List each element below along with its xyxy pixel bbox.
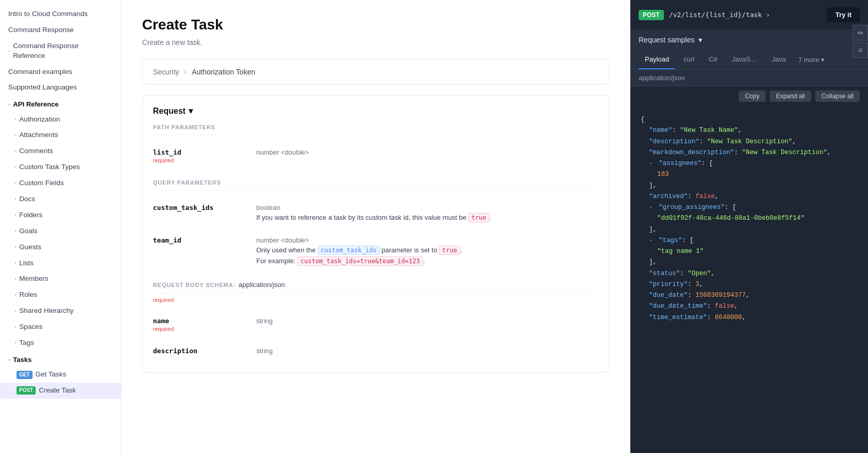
query-params-label: QUERY PARAMETERS — [153, 179, 599, 190]
sidebar-item-lists[interactable]: › Lists — [0, 255, 121, 271]
param-type-custom-task-ids: boolean — [256, 204, 599, 212]
request-box: Request ▾ PATH PARAMETERS list_id requir… — [142, 95, 610, 373]
request-chevron-icon: ▾ — [189, 106, 193, 116]
sidebar-item-tags-label: Tags — [19, 338, 34, 348]
tab-payload[interactable]: Payload — [639, 50, 675, 69]
sidebar-item-custom-fields[interactable]: › Custom Fields — [0, 175, 121, 191]
param-type-list-id: number <double> — [256, 148, 599, 156]
code-line: "description": "New Task Description", — [641, 137, 858, 147]
tab-csharp[interactable]: C# — [703, 50, 724, 69]
panel-collapse-icon: ⇔ — [857, 28, 863, 37]
sidebar-item-shared-hierarchy[interactable]: › Shared Hierarchy — [0, 303, 121, 319]
sidebar-item-folders[interactable]: › Folders — [0, 207, 121, 223]
panel-collapse-button[interactable]: ⇔ — [853, 25, 868, 40]
content-type-value: application/json — [639, 74, 685, 82]
sidebar-item-create-task-label: Create Task — [39, 386, 76, 396]
sidebar-item-guests[interactable]: › Guests — [0, 239, 121, 255]
code-line: - "assignees": [ — [641, 158, 858, 169]
param-name-custom-task-ids: custom_task_ids — [153, 204, 246, 212]
sidebar-section-api-reference-label: API Reference — [13, 100, 58, 109]
request-samples-bar[interactable]: Request samples ▾ — [630, 29, 868, 50]
sidebar-item-comments-label: Comments — [19, 146, 53, 156]
code-line: - "group_assignees": [ — [641, 202, 858, 213]
sidebar-item-roles-label: Roles — [19, 290, 37, 300]
sidebar-item-get-tasks-label: Get Tasks — [36, 370, 67, 380]
request-body-required-label: required — [153, 297, 174, 303]
sidebar-item-shared-hierarchy-label: Shared Hierarchy — [19, 306, 73, 316]
sidebar-item-authorization-label: Authorization — [19, 115, 60, 125]
request-body-schema-label: REQUEST BODY SCHEMA: — [153, 282, 236, 288]
sidebar-item-command-response-ref-label: Command Response Reference — [13, 41, 113, 61]
panel-list-button[interactable]: ≡ — [853, 42, 868, 58]
param-name-team-id: team_id — [153, 236, 246, 244]
request-header[interactable]: Request ▾ — [153, 106, 599, 116]
right-panel: POST /v2/list/{list_id}/task › Try it ⇔ … — [630, 0, 868, 453]
sidebar-item-create-task[interactable]: POST Create Task — [0, 383, 121, 399]
sidebar-item-docs-label: Docs — [19, 194, 35, 204]
sidebar-item-intro[interactable]: Intro to Cloud Commands — [0, 6, 121, 22]
tab-java[interactable]: Java — [766, 50, 792, 69]
post-badge: POST — [17, 386, 36, 395]
sidebar-item-spaces[interactable]: › Spaces — [0, 319, 121, 335]
sidebar-item-goals[interactable]: › Goals — [0, 223, 121, 239]
code-line: "markdown_description": "New Task Descri… — [641, 147, 858, 158]
sidebar-item-attachments[interactable]: › Attachments — [0, 127, 121, 143]
sidebar-item-command-response[interactable]: Command Response — [0, 22, 121, 38]
sidebar-item-comments[interactable]: › Comments — [0, 143, 121, 159]
sidebar-item-supported-languages[interactable]: Supported Languages — [0, 80, 121, 96]
sidebar-item-tags[interactable]: › Tags — [0, 335, 121, 351]
request-label: Request — [153, 107, 185, 116]
sidebar-item-command-response-ref[interactable]: › Command Response Reference — [0, 38, 121, 64]
sidebar-item-folders-label: Folders — [19, 210, 42, 220]
sidebar-item-custom-task-types[interactable]: › Custom Task Types — [0, 159, 121, 175]
side-action-panel: ⇔ ≡ — [853, 25, 868, 58]
collapse-all-button[interactable]: Collapse all — [815, 90, 860, 102]
request-body-schema-header: REQUEST BODY SCHEMA: application/json — [153, 281, 599, 293]
sidebar-item-spaces-label: Spaces — [19, 322, 42, 332]
code-custom-task-ids: custom_task_ids — [318, 246, 380, 255]
code-line: ], — [641, 257, 858, 268]
try-it-button[interactable]: Try it — [827, 7, 860, 22]
sidebar-section-tasks[interactable]: › Tasks — [0, 351, 121, 367]
sidebar-item-intro-label: Intro to Cloud Commands — [8, 9, 88, 19]
sidebar-section-tasks-label: Tasks — [13, 355, 32, 365]
param-name-description: description — [153, 347, 246, 355]
chevron-right-icon: › — [14, 180, 16, 187]
code-actions: Copy Expand all Collapse all — [630, 86, 868, 106]
chevron-down-icon: › — [6, 104, 13, 105]
tab-curl[interactable]: curl — [677, 50, 701, 69]
tab-javascript[interactable]: JavaS… — [726, 50, 764, 69]
code-line: "dd01f92f-48ca-446d-88a1-0beb0e8f5f14" — [641, 213, 858, 224]
sidebar-item-command-examples-label: Command examples — [8, 67, 72, 77]
param-row-name: name required string — [153, 310, 599, 340]
chevron-down-icon: ▾ — [821, 56, 825, 64]
sidebar-item-authorization[interactable]: › Authorization — [0, 112, 121, 128]
request-body-required: required — [153, 295, 599, 304]
code-line: ], — [641, 180, 858, 191]
sidebar-section-api-reference[interactable]: › API Reference — [0, 96, 121, 111]
sidebar-item-docs[interactable]: › Docs — [0, 191, 121, 207]
chevron-right-icon: › — [14, 339, 16, 346]
code-line: 183 — [641, 169, 858, 180]
param-name-list-id: list_id — [153, 148, 246, 156]
sidebar-item-command-examples[interactable]: Command examples — [0, 64, 121, 80]
sidebar-item-get-tasks[interactable]: GET Get Tasks — [0, 367, 121, 383]
panel-list-icon: ≡ — [858, 46, 862, 54]
sidebar: Intro to Cloud Commands Command Response… — [0, 0, 121, 453]
main-content: Create Task Create a new task. Security … — [121, 0, 630, 453]
content-type-bar: application/json — [630, 70, 868, 86]
param-row-custom-task-ids: custom_task_ids boolean If you want to r… — [153, 197, 599, 229]
expand-all-button[interactable]: Expand all — [770, 90, 811, 102]
tabs-row: Payload curl C# JavaS… Java 7 more ▾ — [630, 50, 868, 70]
param-type-description: string — [256, 347, 599, 355]
param-required-name: required — [153, 326, 246, 332]
page-title: Create Task — [142, 17, 610, 33]
chevron-right-icon: › — [14, 116, 16, 123]
sidebar-item-command-response-label: Command Response — [8, 25, 74, 35]
security-box[interactable]: Security › Authorization Token — [142, 59, 610, 85]
sidebar-item-members[interactable]: › Members — [0, 271, 121, 287]
copy-button[interactable]: Copy — [739, 90, 766, 102]
sidebar-item-roles[interactable]: › Roles — [0, 287, 121, 303]
tab-more[interactable]: 7 more ▾ — [794, 50, 828, 69]
method-badge: POST — [639, 10, 664, 20]
